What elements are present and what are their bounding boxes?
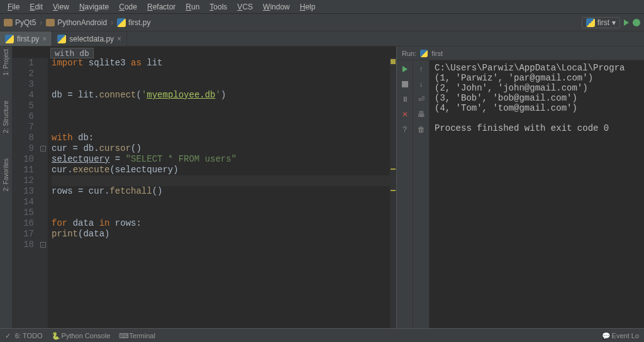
menu-run[interactable]: Run bbox=[180, 1, 204, 13]
chevron-right-icon: › bbox=[111, 18, 113, 27]
tool-window-button[interactable]: 2: Structure bbox=[3, 101, 9, 133]
editor-panel: with db 123456789101112131415161718 -- i… bbox=[13, 47, 396, 328]
close-icon[interactable]: × bbox=[42, 35, 47, 43]
run-header-prefix: Run: bbox=[402, 50, 416, 57]
python-icon bbox=[57, 35, 66, 43]
menu-code[interactable]: Code bbox=[114, 1, 142, 13]
file-tab[interactable]: selectdata.py× bbox=[52, 31, 127, 46]
print-button[interactable]: 🖶 bbox=[416, 109, 426, 119]
down-stack-button[interactable]: ↓ bbox=[416, 79, 426, 89]
file-tab-label: selectdata.py bbox=[69, 35, 114, 43]
tool-window-button[interactable]: 2: Favorites bbox=[3, 158, 9, 191]
context-breadcrumb: with db bbox=[50, 48, 94, 58]
code-area[interactable]: 123456789101112131415161718 -- import sq… bbox=[13, 47, 396, 328]
tool-icon: ⌨ bbox=[119, 332, 126, 339]
tool-icon: 🐍 bbox=[52, 332, 59, 339]
run-tool-window: Run: first ⏸ ✕ ? ↑ ↓ ⏎ 🖶 🗑 bbox=[396, 47, 644, 328]
file-tab-label: first.py bbox=[17, 35, 39, 43]
breadcrumb-folder[interactable]: PyQt5 bbox=[4, 18, 36, 27]
run-header-title: first bbox=[431, 50, 443, 57]
tool-window-button[interactable]: 1: Project bbox=[3, 49, 9, 75]
rerun-button[interactable] bbox=[400, 64, 410, 74]
menu-refactor[interactable]: Refactor bbox=[142, 1, 180, 13]
folder-icon bbox=[46, 19, 55, 26]
bottom-right: 💬 Event Lo bbox=[602, 332, 639, 339]
menu-file[interactable]: File bbox=[3, 1, 25, 13]
clear-button[interactable]: 🗑 bbox=[416, 124, 426, 135]
event-log-icon: 💬 bbox=[602, 332, 609, 339]
python-icon bbox=[586, 18, 595, 27]
tool-icon: ✓ bbox=[5, 332, 13, 339]
console-output[interactable]: C:\Users\Parwiz\AppData\Local\Progra (1,… bbox=[430, 60, 644, 328]
run-toolbar-primary: ⏸ ✕ ? bbox=[397, 60, 413, 328]
soft-wrap-button[interactable]: ⏎ bbox=[416, 94, 426, 104]
line-gutter: 123456789101112131415161718 bbox=[13, 58, 39, 328]
menu-tools[interactable]: Tools bbox=[204, 1, 232, 13]
warning-marker[interactable] bbox=[391, 168, 396, 170]
fold-toggle[interactable]: - bbox=[40, 242, 46, 248]
main-split: with db 123456789101112131415161718 -- i… bbox=[13, 47, 644, 328]
code-lines[interactable]: import sqlite3 as litdb = lit.connect('m… bbox=[48, 58, 390, 328]
fold-column: -- bbox=[39, 58, 48, 328]
pause-button[interactable]: ⏸ bbox=[400, 94, 410, 104]
warning-marker[interactable] bbox=[391, 190, 396, 191]
fold-toggle[interactable]: - bbox=[40, 146, 46, 152]
chevron-down-icon: ▾ bbox=[612, 18, 616, 27]
close-button[interactable]: ✕ bbox=[400, 109, 410, 119]
run-controls: first ▾ bbox=[582, 17, 640, 28]
run-config-selector[interactable]: first ▾ bbox=[582, 17, 620, 28]
current-line-highlight bbox=[52, 175, 390, 186]
chevron-right-icon: › bbox=[40, 18, 42, 27]
menu-vcs[interactable]: VCS bbox=[232, 1, 258, 13]
menu-view[interactable]: View bbox=[48, 1, 74, 13]
close-icon[interactable]: × bbox=[117, 35, 121, 43]
toolbar: PyQt5›PythonAndroid›first.py first ▾ bbox=[0, 14, 644, 31]
python-icon bbox=[420, 50, 428, 57]
breadcrumb-file[interactable]: first.py bbox=[117, 18, 150, 27]
left-tool-stripe: 1: Project2: Structure2: Favorites bbox=[0, 47, 13, 328]
event-log-label: Event Lo bbox=[612, 332, 639, 339]
bottom-tool-button[interactable]: ⌨Terminal bbox=[119, 332, 155, 339]
menu-help[interactable]: Help bbox=[295, 1, 321, 13]
file-tab[interactable]: first.py× bbox=[0, 31, 52, 46]
breadcrumb: PyQt5›PythonAndroid›first.py bbox=[4, 18, 150, 27]
menu-edit[interactable]: Edit bbox=[25, 1, 48, 13]
run-toolbar-secondary: ↑ ↓ ⏎ 🖶 🗑 bbox=[413, 60, 430, 328]
editor-tabs: first.py×selectdata.py× bbox=[0, 31, 644, 47]
folder-icon bbox=[4, 19, 13, 26]
run-header: Run: first bbox=[397, 47, 644, 60]
menu-window[interactable]: Window bbox=[258, 1, 295, 13]
bottom-tool-buttons: ✓6: TODO🐍Python Console⌨Terminal bbox=[5, 332, 155, 339]
up-stack-button[interactable]: ↑ bbox=[416, 64, 426, 74]
menubar: FileEditViewNavigateCodeRefactorRunTools… bbox=[0, 0, 644, 14]
body: 1: Project2: Structure2: Favorites with … bbox=[0, 47, 644, 328]
run-body: ⏸ ✕ ? ↑ ↓ ⏎ 🖶 🗑 C:\Users\Parwiz\AppData\… bbox=[397, 60, 644, 328]
bottom-tool-button[interactable]: ✓6: TODO bbox=[5, 332, 43, 339]
help-button[interactable]: ? bbox=[400, 124, 410, 135]
debug-icon[interactable] bbox=[633, 19, 640, 26]
status-bar: ✓6: TODO🐍Python Console⌨Terminal 💬 Event… bbox=[0, 328, 644, 342]
error-stripe bbox=[390, 58, 396, 328]
inspection-indicator-icon[interactable] bbox=[391, 59, 396, 64]
python-icon bbox=[117, 18, 126, 27]
event-log-button[interactable]: 💬 Event Lo bbox=[602, 332, 639, 339]
breadcrumb-folder[interactable]: PythonAndroid bbox=[46, 18, 107, 27]
stop-button[interactable] bbox=[400, 79, 410, 89]
stop-icon bbox=[402, 81, 408, 87]
bottom-tool-button[interactable]: 🐍Python Console bbox=[52, 332, 111, 339]
play-icon[interactable] bbox=[624, 19, 629, 26]
menu-navigate[interactable]: Navigate bbox=[74, 1, 114, 13]
python-icon bbox=[5, 35, 14, 43]
run-config-name: first bbox=[597, 18, 609, 27]
